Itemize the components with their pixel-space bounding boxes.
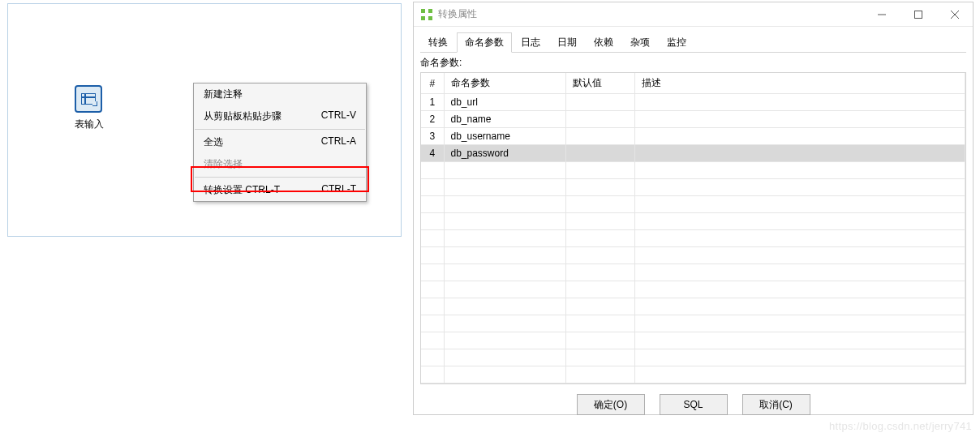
table-row-empty[interactable]	[421, 230, 965, 247]
cell-name[interactable]: db_url	[444, 94, 565, 111]
tab-log[interactable]: 日志	[513, 32, 548, 53]
menu-shortcut: CTRL-T	[321, 183, 356, 197]
table-row-empty[interactable]	[421, 332, 965, 349]
cell-num[interactable]: 4	[421, 145, 444, 162]
menu-label: 清除选择	[204, 157, 243, 171]
ok-button[interactable]: 确定(O)	[577, 394, 645, 415]
svg-rect-3	[428, 16, 432, 20]
table-row-empty[interactable]	[421, 247, 965, 264]
menu-shortcut: CTRL-A	[321, 135, 356, 149]
cell-desc[interactable]	[634, 145, 965, 162]
table-row[interactable]: 1db_url	[421, 94, 965, 111]
cell-num[interactable]: 3	[421, 128, 444, 145]
tab-misc[interactable]: 杂项	[622, 32, 658, 53]
menu-label: 全选	[204, 135, 223, 149]
context-menu: 新建注释 从剪贴板粘贴步骤 CTRL-V 全选 CTRL-A 清除选择 转换设置…	[193, 83, 367, 202]
table-header-row: # 命名参数 默认值 描述	[421, 73, 965, 94]
col-num[interactable]: #	[421, 73, 444, 94]
maximize-button[interactable]	[900, 2, 936, 26]
table-row-empty[interactable]	[421, 315, 965, 332]
close-button[interactable]	[936, 2, 973, 26]
menu-label: 从剪贴板粘贴步骤	[204, 109, 282, 123]
menu-select-all[interactable]: 全选 CTRL-A	[194, 131, 366, 153]
table-row[interactable]: 2db_name	[421, 111, 965, 128]
menu-clear-selection[interactable]: 清除选择	[194, 153, 366, 175]
col-desc[interactable]: 描述	[634, 73, 965, 94]
cell-num[interactable]: 2	[421, 111, 444, 128]
table-row-empty[interactable]	[421, 213, 965, 230]
cell-default[interactable]	[565, 111, 634, 128]
maximize-icon	[914, 11, 922, 19]
step-table-input[interactable]	[75, 85, 102, 113]
cell-default[interactable]	[565, 94, 634, 111]
table-row-empty[interactable]	[421, 264, 965, 281]
watermark: https://blog.csdn.net/jerry741	[829, 420, 972, 432]
cell-desc[interactable]	[634, 111, 965, 128]
table-row-empty[interactable]	[421, 196, 965, 213]
svg-rect-0	[421, 9, 425, 13]
cell-desc[interactable]	[634, 128, 965, 145]
menu-shortcut: CTRL-V	[321, 109, 356, 123]
tab-bar: 转换 命名参数 日志 日期 依赖 杂项 监控	[420, 32, 966, 53]
svg-rect-2	[421, 16, 425, 20]
table-row-empty[interactable]	[421, 366, 965, 383]
param-table: # 命名参数 默认值 描述 1db_url2db_name3db_usernam…	[421, 73, 965, 383]
col-name[interactable]: 命名参数	[444, 73, 565, 94]
table-input-icon	[81, 93, 96, 105]
cancel-button[interactable]: 取消(C)	[742, 394, 810, 415]
cell-desc[interactable]	[634, 94, 965, 111]
table-row-empty[interactable]	[421, 281, 965, 298]
cell-name[interactable]: db_password	[444, 145, 565, 162]
table-row-empty[interactable]	[421, 298, 965, 315]
svg-rect-5	[914, 11, 922, 18]
svg-rect-1	[428, 9, 432, 13]
table-row-empty[interactable]	[421, 349, 965, 366]
minimize-button[interactable]	[863, 2, 900, 26]
minimize-icon	[878, 11, 886, 19]
menu-separator	[195, 129, 365, 130]
cell-name[interactable]: db_username	[444, 128, 565, 145]
step-label: 表输入	[65, 118, 114, 131]
sql-button[interactable]: SQL	[660, 394, 728, 415]
dialog-content: 转换 命名参数 日志 日期 依赖 杂项 监控 命名参数: # 命名参数	[414, 27, 973, 384]
menu-trans-settings[interactable]: 转换设置 CTRL-T CTRL-T	[194, 179, 366, 201]
cell-name[interactable]: db_name	[444, 111, 565, 128]
dialog-title: 转换属性	[438, 7, 863, 21]
menu-label: 转换设置 CTRL-T	[204, 183, 280, 197]
table-row[interactable]: 3db_username	[421, 128, 965, 145]
titlebar[interactable]: 转换属性	[414, 2, 973, 27]
table-container[interactable]: # 命名参数 默认值 描述 1db_url2db_name3db_usernam…	[420, 72, 966, 384]
col-default[interactable]: 默认值	[565, 73, 634, 94]
tab-date[interactable]: 日期	[549, 32, 585, 53]
dialog-trans-properties: 转换属性 转换 命名参数 日志 日期 依赖 杂项 监控 命名参数:	[413, 2, 974, 415]
menu-new-note[interactable]: 新建注释	[194, 84, 366, 105]
table-row-empty[interactable]	[421, 179, 965, 196]
table-row[interactable]: 4db_password	[421, 145, 965, 162]
app-icon	[420, 8, 433, 21]
cell-num[interactable]: 1	[421, 94, 444, 111]
menu-separator	[195, 177, 365, 178]
canvas-panel[interactable]: 表输入 新建注释 从剪贴板粘贴步骤 CTRL-V 全选 CTRL-A 清除选择 …	[7, 3, 402, 237]
window-controls	[863, 2, 973, 26]
tab-monitor[interactable]: 监控	[659, 32, 694, 53]
tab-deps[interactable]: 依赖	[586, 32, 621, 53]
tab-named-params[interactable]: 命名参数	[457, 32, 512, 53]
section-label: 命名参数:	[420, 56, 966, 70]
close-icon	[951, 11, 959, 19]
cell-default[interactable]	[565, 145, 634, 162]
menu-paste-step[interactable]: 从剪贴板粘贴步骤 CTRL-V	[194, 105, 366, 127]
tab-trans[interactable]: 转换	[420, 32, 456, 53]
table-row-empty[interactable]	[421, 162, 965, 179]
menu-label: 新建注释	[204, 88, 243, 101]
cell-default[interactable]	[565, 128, 634, 145]
